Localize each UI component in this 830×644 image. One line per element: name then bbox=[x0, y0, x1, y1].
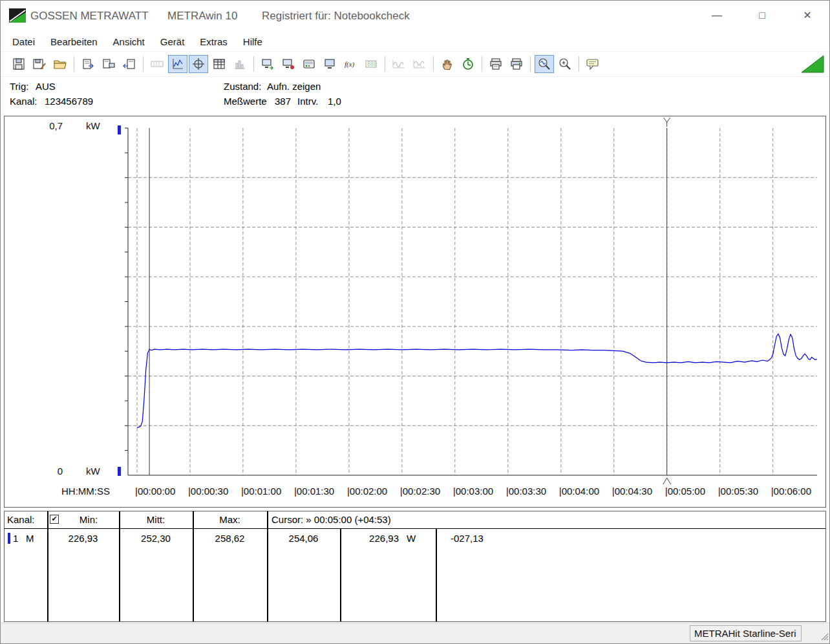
data-logger-icon-glyph bbox=[302, 58, 316, 70]
envelope-min-icon-glyph bbox=[392, 58, 406, 70]
transfer-icon-glyph bbox=[122, 58, 136, 70]
envelope-min-icon bbox=[389, 55, 409, 73]
minimize-button[interactable]: — bbox=[707, 6, 727, 25]
title-brand: GOSSEN METRAWATT bbox=[30, 10, 149, 23]
resize-grip[interactable] bbox=[820, 632, 829, 643]
open-icon[interactable] bbox=[50, 55, 70, 73]
x-tick-00:05:30: |00:05:30 bbox=[718, 486, 758, 497]
histogram-view-icon-glyph bbox=[233, 58, 247, 70]
line-chart-view-icon-glyph bbox=[171, 58, 185, 70]
line-chart-view-icon[interactable] bbox=[168, 55, 187, 73]
toolbar-separator bbox=[253, 56, 254, 72]
online-display-icon-glyph bbox=[261, 58, 275, 70]
formula-icon[interactable]: f(x) bbox=[341, 55, 360, 73]
toolbar-separator bbox=[74, 56, 74, 72]
row-min: 226,93 bbox=[48, 533, 118, 544]
channel-visible-checkbox[interactable]: ✔ bbox=[50, 515, 59, 524]
y-axis-min-label: 0 bbox=[42, 466, 63, 477]
menu-item-ansicht[interactable]: Ansicht bbox=[105, 34, 153, 50]
table-view-icon[interactable] bbox=[209, 55, 229, 73]
toolbar-separator bbox=[433, 56, 434, 72]
menu-item-hilfe[interactable]: Hilfe bbox=[235, 34, 270, 50]
zoom-mode-icon[interactable] bbox=[555, 55, 575, 73]
envelope-max-icon bbox=[410, 55, 429, 73]
app-logo-icon bbox=[8, 6, 27, 25]
formula-icon-glyph: f(x) bbox=[343, 58, 357, 70]
x-tick-00:02:30: |00:02:30 bbox=[400, 486, 440, 497]
info-panel: Trig: AUS Kanal: 123456789 Zustand: Aufn… bbox=[1, 77, 829, 116]
kanal-label: Kanal: bbox=[10, 96, 37, 107]
menu-item-gerat[interactable]: Gerät bbox=[153, 34, 193, 50]
annotation-icon[interactable] bbox=[583, 55, 602, 73]
read-from-device-icon[interactable] bbox=[99, 55, 118, 73]
intrv-value: 1,0 bbox=[328, 96, 341, 107]
header-max[interactable]: Max: bbox=[193, 514, 266, 525]
value-strip-icon-glyph bbox=[150, 58, 164, 70]
row-cursor1: 254,06 bbox=[268, 533, 339, 544]
trig-value: AUS bbox=[36, 81, 56, 92]
title-app-name: METRAwin 10 bbox=[167, 10, 237, 23]
zoom-curve-icon[interactable] bbox=[535, 55, 554, 73]
xy-chart-view-icon[interactable] bbox=[189, 55, 208, 73]
title-registration: Registriert für: Notebookcheck bbox=[262, 10, 410, 23]
send-to-device-icon[interactable] bbox=[78, 55, 98, 73]
offline-display-icon-glyph bbox=[281, 58, 295, 70]
chart-panel: 0,7 kW 0 kW HH:MM:SS |00:00:00|00:00:30|… bbox=[4, 116, 826, 508]
x-tick-00:06:00: |00:06:00 bbox=[771, 486, 811, 497]
header-cursor[interactable]: Cursor: » 00:05:00 (+04:53) bbox=[271, 514, 391, 525]
menu-bar: DateiBearbeitenAnsichtGerätExtrasHilfe bbox=[1, 32, 829, 51]
y-axis-unit-top: kW bbox=[86, 120, 100, 131]
status-bar: METRAHit Starline-Seri bbox=[1, 623, 829, 644]
zoom-curve-icon-glyph bbox=[537, 58, 551, 70]
y-axis-unit-bottom: kW bbox=[86, 466, 100, 477]
annotation-icon-glyph bbox=[586, 58, 600, 70]
zoom-mode-icon-glyph bbox=[558, 58, 572, 70]
screen-copy-icon-glyph bbox=[323, 58, 337, 70]
kanal-value: 123456789 bbox=[45, 96, 93, 107]
device-status: METRAHit Starline-Seri bbox=[690, 625, 802, 641]
print-icon[interactable] bbox=[486, 55, 505, 73]
save-icon[interactable] bbox=[9, 55, 28, 73]
envelope-max-icon-glyph bbox=[412, 58, 427, 70]
pan-icon[interactable] bbox=[438, 55, 457, 73]
menu-item-datei[interactable]: Datei bbox=[5, 34, 43, 50]
messwerte-label: Meßwerte bbox=[224, 96, 267, 107]
pan-icon-glyph bbox=[440, 58, 454, 70]
seven-segment-icon: 888 bbox=[361, 55, 381, 73]
row-cursor2: 226,93 bbox=[347, 533, 399, 544]
online-display-icon[interactable] bbox=[258, 55, 277, 73]
print-icon-glyph bbox=[489, 58, 503, 70]
timer-icon[interactable] bbox=[458, 55, 478, 73]
histogram-view-icon bbox=[230, 55, 250, 73]
row-unit: W bbox=[407, 533, 416, 544]
save-as-icon-glyph bbox=[32, 58, 47, 70]
print-options-icon[interactable] bbox=[507, 55, 526, 73]
read-from-device-icon-glyph bbox=[101, 58, 116, 70]
save-as-icon[interactable] bbox=[30, 55, 49, 73]
zustand-label: Zustand: bbox=[224, 81, 261, 92]
maximize-button[interactable]: □ bbox=[752, 6, 772, 25]
seven-segment-icon-glyph: 888 bbox=[364, 58, 378, 70]
menu-item-extras[interactable]: Extras bbox=[192, 34, 235, 50]
measurement-table: Kanal: ✔ Min: Mitt: Max: Cursor: » 00:05… bbox=[4, 511, 826, 622]
x-tick-00:00:30: |00:00:30 bbox=[188, 486, 228, 497]
line-chart[interactable] bbox=[5, 116, 825, 507]
data-logger-icon[interactable] bbox=[299, 55, 319, 73]
row-max: 258,62 bbox=[193, 533, 266, 544]
table-divider bbox=[340, 529, 341, 621]
close-button[interactable]: ✕ bbox=[797, 6, 818, 25]
header-mitt[interactable]: Mitt: bbox=[120, 514, 192, 525]
offline-display-icon[interactable] bbox=[279, 55, 298, 73]
screen-copy-icon[interactable] bbox=[320, 55, 339, 73]
toolbar-separator bbox=[530, 56, 531, 72]
header-min[interactable]: Min: bbox=[59, 514, 118, 525]
messwerte-value: 387 bbox=[275, 96, 291, 107]
xy-chart-view-icon-glyph bbox=[191, 58, 206, 70]
x-tick-00:02:00: |00:02:00 bbox=[347, 486, 387, 497]
menu-item-bearbeiten[interactable]: Bearbeiten bbox=[43, 34, 105, 50]
x-tick-00:01:00: |00:01:00 bbox=[241, 486, 281, 497]
transfer-icon[interactable] bbox=[120, 55, 139, 73]
print-options-icon-glyph bbox=[509, 58, 524, 70]
value-strip-icon bbox=[147, 55, 167, 73]
trig-label: Trig: bbox=[10, 81, 28, 92]
